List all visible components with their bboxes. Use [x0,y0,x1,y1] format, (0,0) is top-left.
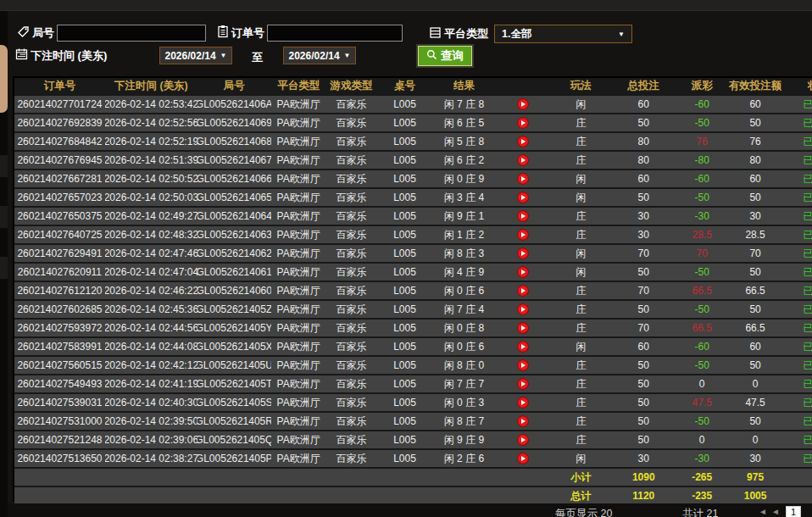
page-number-input[interactable]: 1 [786,506,801,517]
cell-order-no: 260214027539031 [14,394,105,411]
cell-game-type: 百家乐 [326,320,377,336]
play-video-button[interactable] [517,266,529,278]
cell-bet-time: 2026-02-14 02:45:36 [105,301,197,318]
query-button[interactable]: 查询 [418,46,472,66]
play-video-button[interactable] [517,434,529,446]
cell-result: 闲 8 庄 0 [433,357,496,374]
play-video-button[interactable] [517,378,529,390]
play-video-button[interactable] [517,136,529,147]
cell-game-type: 百家乐 [326,226,377,243]
play-video-button[interactable] [517,341,529,353]
platform-list-icon [429,26,442,42]
cell-order-no: 260214027640725 [14,226,105,243]
cell-total-bet: 1090 [611,469,676,486]
cell-table-no: L005 [377,394,433,411]
platform-type-select[interactable]: 1.全部 ▼ [494,25,632,43]
cell-play [495,152,550,169]
cell-result: 闲 0 庄 6 [433,338,496,355]
cell-total-bet: 60 [611,170,676,187]
cell-total-bet: 50 [611,413,676,430]
first-page-button[interactable]: ◄ [759,507,767,516]
cell-bet-time: 2026-02-14 02:40:30 [105,394,197,411]
play-video-button[interactable] [517,397,529,409]
cell-total-bet: 30 [611,450,676,467]
play-video-button[interactable] [517,229,529,241]
cell-result: 闲 5 庄 8 [433,133,496,150]
cell-payout: 76 [676,133,728,150]
date-from-picker[interactable]: 2026/02/14▼ [159,47,232,64]
cell-valid-bet: 30 [728,450,782,467]
cell-game-type: 百家乐 [326,394,377,411]
order-no-input[interactable] [267,25,403,42]
cell-game-no: GL00526214060 [197,282,271,299]
date-to-picker[interactable]: 2026/02/14▼ [283,47,356,64]
cell-game-no: GL00526214062 [197,245,271,262]
play-video-button[interactable] [517,285,529,297]
prev-page-button[interactable]: ◄ [771,507,780,516]
cell-play-type: 庄 [550,133,611,150]
cell-valid-bet: 50 [728,114,782,131]
cell-play [495,357,550,374]
play-video-button[interactable] [517,117,529,129]
date-from-value: 2026/02/14 [165,50,216,62]
cell-game-no: GL0052621405X [197,338,271,355]
cell-bet-time: 2026-02-14 02:41:19 [105,375,197,392]
cell-order-no: 260214027701724 [14,96,105,113]
cell-total-bet: 60 [611,96,676,113]
total-count-label: 共计 [682,508,704,517]
cell-platform-type: PA欧洲厅 [271,133,326,150]
cell-status: 已派彩 [782,264,812,281]
play-video-button[interactable] [517,359,529,371]
cell-status: 已派彩 [782,394,812,411]
cell-bet-time: 2026-02-14 02:52:56 [105,114,197,131]
cell-order-no: 260214027513650 [14,450,105,467]
cell-status: 已派彩 [782,301,812,318]
cell-table-no: L005 [377,96,433,113]
cell-result: 闲 7 庄 4 [433,301,496,318]
cell-payout: 47.5 [676,394,728,411]
cell-payout: -50 [676,189,728,206]
play-video-button[interactable] [517,322,529,334]
play-video-button[interactable] [517,173,529,185]
play-video-button[interactable] [517,192,529,203]
cell-game-type: 游戏类型 [326,78,377,94]
play-video-button[interactable] [517,453,529,464]
table-row: 2602140276407252026-02-14 02:48:32GL0052… [14,226,812,245]
play-video-button[interactable] [517,98,529,110]
play-video-button[interactable] [517,415,529,427]
cell-valid-bet: 28.5 [728,226,782,243]
play-video-button[interactable] [517,247,529,259]
cell-payout: 66.5 [676,320,728,336]
cell-play-type: 庄 [550,208,611,225]
cell-play-type: 闲 [550,245,611,262]
cell-play-type: 闲 [550,450,611,467]
play-video-button[interactable] [517,303,529,315]
cell-table-no: L005 [377,450,433,467]
window-top-bar [0,0,812,11]
cell-result: 闲 7 庄 7 [433,375,496,392]
table-row: 2602140276570232026-02-14 02:50:03GL0052… [14,189,812,208]
cell-platform-type: PA欧洲厅 [271,189,326,206]
cell-game-type: 百家乐 [326,301,377,318]
cell-valid-bet: 50 [728,357,782,374]
calendar-icon [15,47,28,64]
cell-game-type: 百家乐 [326,431,377,448]
cell-platform-type [271,487,326,504]
cell-bet-time: 2026-02-14 02:39:06 [105,431,197,448]
cell-bet-time: 2026-02-14 02:53:42 [105,96,197,113]
cell-play [495,469,550,486]
cell-payout: -265 [676,469,728,486]
play-video-button[interactable] [517,154,529,166]
cell-table-no: L005 [377,282,433,299]
table-row: 2602140275839912026-02-14 02:44:08GL0052… [14,338,812,357]
cell-game-type: 百家乐 [326,282,377,299]
game-no-input[interactable] [57,25,206,42]
table-body: 2602140277017242026-02-14 02:53:42GL0052… [14,96,812,469]
cell-status [782,469,812,486]
cell-play-type: 闲 [550,96,611,113]
cell-status: 已派彩 [782,375,812,392]
play-video-button[interactable] [517,210,529,222]
cell-play-type: 庄 [550,431,611,448]
cell-play-type: 庄 [550,152,611,169]
cell-platform-type: PA欧洲厅 [271,450,326,467]
